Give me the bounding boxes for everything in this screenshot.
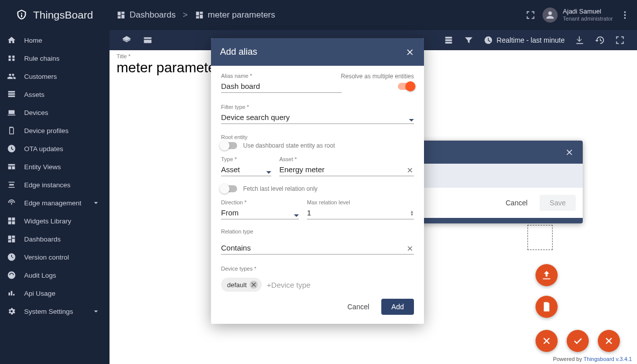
asset-label: Asset *	[279, 156, 414, 162]
logo-icon	[15, 9, 28, 22]
sidebar-item-system-settings[interactable]: System Settings	[0, 302, 110, 320]
dashboards-icon	[7, 234, 16, 244]
entity-cancel-button[interactable]: Cancel	[498, 195, 535, 211]
max-relation-input[interactable]	[307, 206, 414, 219]
sidebar-item-label: Dashboards	[24, 235, 61, 243]
sidebar-item-edge-instances[interactable]: Edge instances	[0, 176, 110, 194]
sidebar-item-version-control[interactable]: Version control	[0, 248, 110, 266]
filter-type-select[interactable]	[221, 111, 414, 124]
chip-label: default	[227, 281, 247, 289]
document-icon	[541, 301, 552, 312]
user-role: Tenant administrator	[563, 16, 613, 22]
chevron-down-icon	[266, 168, 271, 173]
edge-management-icon	[7, 198, 16, 207]
breadcrumb-label: meter parameters	[208, 10, 275, 20]
device-type-chip: default	[221, 278, 262, 292]
fab-cancel[interactable]	[598, 330, 620, 352]
sidebar-item-label: Customers	[24, 73, 57, 80]
dashboard-icon	[195, 11, 204, 20]
sidebar-item-audit-logs[interactable]: Audit Logs	[0, 266, 110, 284]
sidebar-item-rule-chains[interactable]: Rule chains	[0, 49, 110, 67]
resolve-label: Resolve as multiple entities	[341, 73, 414, 80]
sidebar: ThingsBoard Home Rule chains Customers A…	[0, 0, 110, 364]
breadcrumb: Dashboards > meter parameters	[117, 10, 275, 20]
layers-icon[interactable]	[122, 35, 132, 45]
fab-apply[interactable]	[567, 330, 589, 352]
sidebar-item-label: Devices	[24, 109, 48, 116]
chevron-down-icon	[91, 307, 100, 316]
sidebar-item-widgets-library[interactable]: Widgets Library	[0, 212, 110, 230]
download-icon[interactable]	[575, 35, 585, 45]
entity-aliases-icon[interactable]	[444, 35, 454, 45]
realtime-selector[interactable]: Realtime - last minute	[484, 36, 565, 45]
fullscreen-icon[interactable]	[525, 10, 536, 20]
fullscreen2-icon[interactable]	[615, 35, 625, 45]
layout-icon[interactable]	[143, 35, 153, 45]
sidebar-item-label: Entity Views	[24, 163, 61, 171]
breadcrumb-meter-parameters[interactable]: meter parameters	[195, 10, 275, 20]
type-select[interactable]	[221, 163, 271, 176]
close-icon[interactable]	[405, 47, 415, 57]
more-icon[interactable]	[620, 10, 630, 20]
title-label: Title *	[117, 53, 131, 59]
sidebar-item-devices[interactable]: Devices	[0, 103, 110, 122]
sidebar-item-entity-views[interactable]: Entity Views	[0, 158, 110, 176]
add-alias-dialog: Add alias Alias name * Resolve as multip…	[211, 38, 424, 324]
asset-input[interactable]	[279, 163, 414, 176]
sidebar-item-dashboards[interactable]: Dashboards	[0, 230, 110, 248]
sidebar-item-label: Rule chains	[24, 55, 60, 62]
check-icon	[572, 335, 583, 346]
add-button[interactable]: Add	[381, 299, 414, 315]
sidebar-item-edge-management[interactable]: Edge management	[0, 194, 110, 212]
alias-name-input[interactable]	[221, 80, 342, 93]
close-icon[interactable]	[565, 148, 574, 157]
filters-icon[interactable]	[464, 35, 474, 45]
max-relation-label: Max relation level	[307, 199, 414, 205]
api-usage-icon	[7, 289, 16, 298]
footer-link[interactable]: Thingsboard v.3.4.1	[584, 356, 632, 362]
history-icon[interactable]	[595, 35, 605, 45]
relation-type-input[interactable]	[221, 241, 414, 255]
fab-delete[interactable]	[536, 330, 558, 352]
sidebar-item-label: Home	[24, 37, 42, 44]
breadcrumb-dashboards[interactable]: Dashboards	[117, 10, 176, 20]
resolve-toggle[interactable]	[398, 83, 414, 90]
add-device-type-placeholder[interactable]: +Device type	[267, 281, 310, 289]
sidebar-item-label: Audit Logs	[24, 272, 56, 279]
fab-upload[interactable]	[536, 264, 558, 286]
sidebar-item-device-profiles[interactable]: Device profiles	[0, 122, 110, 140]
sidebar-item-ota-updates[interactable]: OTA updates	[0, 140, 110, 158]
chevron-down-icon	[91, 198, 100, 207]
modal-title: Add alias	[220, 47, 257, 57]
user-block[interactable]: Ajadi Samuel Tenant administrator	[543, 8, 613, 23]
sidebar-item-api-usage[interactable]: Api Usage	[0, 284, 110, 302]
direction-label: Direction *	[221, 199, 299, 205]
sidebar-item-label: System Settings	[24, 308, 73, 315]
fetch-last-toggle[interactable]	[221, 185, 237, 192]
direction-select[interactable]	[221, 206, 299, 219]
devices-icon	[7, 108, 16, 117]
cancel-button[interactable]: Cancel	[341, 299, 375, 315]
clear-icon[interactable]	[406, 245, 414, 253]
logo[interactable]: ThingsBoard	[0, 0, 110, 30]
ota-updates-icon	[7, 144, 16, 153]
customers-icon	[7, 72, 16, 81]
sidebar-item-home[interactable]: Home	[0, 31, 110, 49]
fab-create[interactable]	[536, 296, 558, 318]
use-dashboard-state-toggle[interactable]	[221, 142, 237, 149]
rule-chains-icon	[7, 54, 16, 63]
sidebar-item-assets[interactable]: Assets	[0, 85, 110, 103]
close-icon	[541, 335, 552, 346]
entity-save-button: Save	[540, 195, 576, 211]
number-stepper[interactable]: ▲▼	[410, 210, 414, 216]
widget-placeholder[interactable]	[527, 225, 553, 250]
chip-remove[interactable]	[250, 281, 258, 289]
root-entity-label: Root entity	[221, 134, 414, 140]
clear-icon[interactable]	[406, 166, 414, 174]
sidebar-item-customers[interactable]: Customers	[0, 67, 110, 85]
sidebar-item-label: Api Usage	[24, 290, 55, 297]
sidebar-item-label: Edge instances	[24, 181, 70, 189]
avatar	[543, 8, 558, 23]
sidebar-item-label: Assets	[24, 91, 45, 98]
device-types-label: Device types *	[221, 266, 414, 272]
